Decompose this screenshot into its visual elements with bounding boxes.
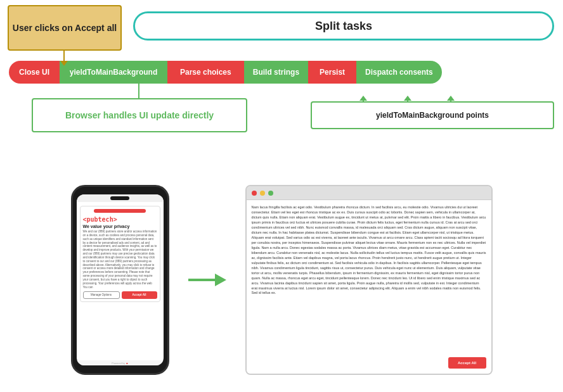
split-tasks-label: Split tasks xyxy=(315,20,372,33)
browser-dot-green xyxy=(268,191,273,196)
browser-handles-box: Browser handles UI update directly xyxy=(32,98,247,132)
phone-mockup: <pubtech> We value your privacy We and o… xyxy=(71,185,169,375)
user-clicks-label: User clicks on Accept all xyxy=(13,23,117,33)
parse-choices-segment: Parse choices xyxy=(171,61,240,84)
browser-titlebar xyxy=(247,186,491,200)
footer-text: Powered by xyxy=(112,362,125,365)
pubtech-logo: <pubtech> xyxy=(83,216,117,223)
dispatch-segment: Dispatch consents xyxy=(356,61,442,84)
browser-dot-yellow xyxy=(260,191,265,196)
diagram-area: User clicks on Accept all Split tasks Cl… xyxy=(0,0,563,165)
manage-options-button[interactable]: Manage Options xyxy=(83,291,120,299)
footer-logo: ■ xyxy=(126,362,127,365)
accept-bar xyxy=(94,209,146,213)
browser-up-arrow xyxy=(138,83,139,99)
close-ui-segment: Close UI xyxy=(9,61,60,84)
split-tasks-pill: Split tasks xyxy=(133,11,554,41)
phone-buttons: Manage Options Accept All xyxy=(83,291,157,299)
yield-points-box: yieldToMainBackground points xyxy=(311,101,554,129)
browser-handles-label: Browser handles UI update directly xyxy=(65,110,214,120)
pipeline-container: Close UI yieldToMainBackground Parse cho… xyxy=(9,61,554,84)
user-arrow-down xyxy=(63,51,65,62)
consent-banner: <pubtech> We value your privacy We and o… xyxy=(80,206,160,302)
browser-text: Nam lacus fringilla facilisis ac eget od… xyxy=(252,205,486,296)
privacy-text: We and our (889) partners store and/or a… xyxy=(83,230,157,289)
phone-content: <pubtech> We value your privacy We and o… xyxy=(77,202,164,360)
browser-mockup: Nam lacus fringilla facilisis ac eget od… xyxy=(245,185,493,375)
phone-notch xyxy=(110,196,129,200)
browser-dot-red xyxy=(252,191,257,196)
yield1-segment: yieldToMainBackground xyxy=(60,61,167,84)
privacy-title: We value your privacy xyxy=(83,224,130,229)
browser-content: Nam lacus fringilla facilisis ac eget od… xyxy=(247,200,491,374)
yield-points-label: yieldToMainBackground points xyxy=(376,111,489,120)
persist-segment: Persist xyxy=(312,61,353,84)
accept-all-button[interactable]: Accept All xyxy=(122,291,157,299)
user-clicks-box: User clicks on Accept all xyxy=(8,5,122,51)
phone-screen: <pubtech> We value your privacy We and o… xyxy=(77,194,164,365)
build-strings-segment: Build strings xyxy=(244,61,308,84)
browser-accept-overlay[interactable]: Accept All xyxy=(448,357,486,369)
phone-status-bar xyxy=(77,194,164,202)
devices-area: <pubtech> We value your privacy We and o… xyxy=(0,168,563,392)
phone-footer: Powered by ■ xyxy=(77,360,164,365)
